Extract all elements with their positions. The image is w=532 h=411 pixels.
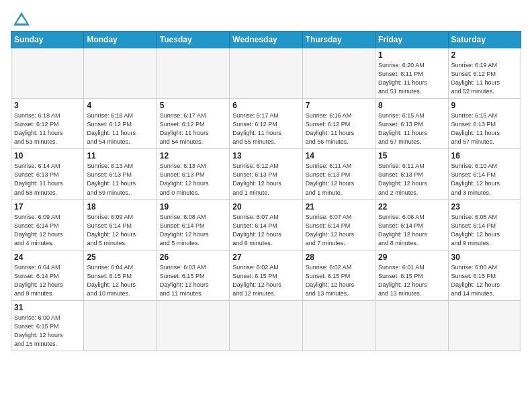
day-number: 23 xyxy=(451,202,518,212)
calendar-cell: 19Sunrise: 6:08 AM Sunset: 6:14 PM Dayli… xyxy=(157,199,229,250)
calendar-cell: 13Sunrise: 6:12 AM Sunset: 6:13 PM Dayli… xyxy=(230,149,302,199)
weekday-header-thursday: Thursday xyxy=(302,32,375,48)
day-number: 17 xyxy=(14,202,81,212)
day-number: 10 xyxy=(14,151,81,161)
weekday-header-sunday: Sunday xyxy=(11,32,84,48)
calendar-cell: 17Sunrise: 6:09 AM Sunset: 6:14 PM Dayli… xyxy=(11,199,84,250)
day-number: 18 xyxy=(87,202,153,212)
calendar-cell: 15Sunrise: 6:11 AM Sunset: 6:13 PM Dayli… xyxy=(375,149,448,199)
calendar-cell: 5Sunrise: 6:17 AM Sunset: 6:12 PM Daylig… xyxy=(157,99,229,149)
day-info: Sunrise: 6:00 AM Sunset: 6:15 PM Dayligh… xyxy=(451,263,518,298)
day-number: 20 xyxy=(232,202,299,212)
calendar-cell xyxy=(84,48,157,99)
day-info: Sunrise: 6:04 AM Sunset: 6:15 PM Dayligh… xyxy=(87,263,153,298)
day-info: Sunrise: 6:10 AM Sunset: 6:14 PM Dayligh… xyxy=(451,162,518,197)
calendar-cell: 26Sunrise: 6:03 AM Sunset: 6:15 PM Dayli… xyxy=(157,250,229,300)
day-number: 15 xyxy=(378,151,445,161)
calendar-cell xyxy=(375,300,448,351)
day-number: 11 xyxy=(87,151,153,161)
weekday-header-saturday: Saturday xyxy=(448,32,521,48)
day-info: Sunrise: 6:19 AM Sunset: 6:12 PM Dayligh… xyxy=(451,61,518,96)
day-info: Sunrise: 6:11 AM Sunset: 6:13 PM Dayligh… xyxy=(378,162,445,197)
logo-icon xyxy=(12,11,31,27)
calendar-week-row: 3Sunrise: 6:18 AM Sunset: 6:12 PM Daylig… xyxy=(11,99,521,149)
day-number: 16 xyxy=(451,151,518,161)
calendar-cell: 2Sunrise: 6:19 AM Sunset: 6:12 PM Daylig… xyxy=(448,48,521,99)
calendar-cell xyxy=(157,300,229,351)
calendar-cell: 29Sunrise: 6:01 AM Sunset: 6:15 PM Dayli… xyxy=(375,250,448,300)
day-number: 4 xyxy=(87,101,153,110)
day-number: 13 xyxy=(232,151,299,161)
calendar-cell: 4Sunrise: 6:18 AM Sunset: 6:12 PM Daylig… xyxy=(84,99,157,149)
day-number: 26 xyxy=(160,253,226,262)
day-info: Sunrise: 6:02 AM Sunset: 6:15 PM Dayligh… xyxy=(306,263,372,298)
day-info: Sunrise: 6:09 AM Sunset: 6:14 PM Dayligh… xyxy=(14,213,81,248)
day-number: 24 xyxy=(14,253,81,262)
header-row xyxy=(11,8,521,27)
day-number: 22 xyxy=(378,202,445,212)
calendar-cell: 27Sunrise: 6:02 AM Sunset: 6:15 PM Dayli… xyxy=(230,250,302,300)
calendar-cell: 22Sunrise: 6:06 AM Sunset: 6:14 PM Dayli… xyxy=(375,199,448,250)
calendar-cell: 11Sunrise: 6:13 AM Sunset: 6:13 PM Dayli… xyxy=(84,149,157,199)
calendar-cell xyxy=(302,48,375,99)
calendar-cell: 14Sunrise: 6:11 AM Sunset: 6:13 PM Dayli… xyxy=(302,149,375,199)
day-number: 31 xyxy=(14,303,81,312)
day-info: Sunrise: 6:13 AM Sunset: 6:13 PM Dayligh… xyxy=(87,162,153,197)
calendar-cell xyxy=(448,300,521,351)
day-info: Sunrise: 6:01 AM Sunset: 6:15 PM Dayligh… xyxy=(378,263,445,298)
day-info: Sunrise: 6:17 AM Sunset: 6:12 PM Dayligh… xyxy=(160,111,226,146)
day-number: 7 xyxy=(306,101,372,110)
calendar-cell: 8Sunrise: 6:15 AM Sunset: 6:13 PM Daylig… xyxy=(375,99,448,149)
day-info: Sunrise: 6:07 AM Sunset: 6:14 PM Dayligh… xyxy=(306,213,372,248)
day-number: 30 xyxy=(451,253,518,262)
calendar-cell xyxy=(230,300,302,351)
calendar-cell: 16Sunrise: 6:10 AM Sunset: 6:14 PM Dayli… xyxy=(448,149,521,199)
calendar-week-row: 24Sunrise: 6:04 AM Sunset: 6:14 PM Dayli… xyxy=(11,250,521,300)
day-info: Sunrise: 6:09 AM Sunset: 6:14 PM Dayligh… xyxy=(87,213,153,248)
calendar-week-row: 31Sunrise: 6:00 AM Sunset: 6:15 PM Dayli… xyxy=(11,300,521,351)
calendar-cell: 30Sunrise: 6:00 AM Sunset: 6:15 PM Dayli… xyxy=(448,250,521,300)
day-number: 14 xyxy=(306,151,372,161)
calendar-cell: 23Sunrise: 6:05 AM Sunset: 6:14 PM Dayli… xyxy=(448,199,521,250)
calendar-week-row: 17Sunrise: 6:09 AM Sunset: 6:14 PM Dayli… xyxy=(11,199,521,250)
day-info: Sunrise: 6:02 AM Sunset: 6:15 PM Dayligh… xyxy=(232,263,299,298)
day-info: Sunrise: 6:06 AM Sunset: 6:14 PM Dayligh… xyxy=(378,213,445,248)
calendar-cell: 3Sunrise: 6:18 AM Sunset: 6:12 PM Daylig… xyxy=(11,99,84,149)
calendar-page: SundayMondayTuesdayWednesdayThursdayFrid… xyxy=(0,0,532,411)
day-info: Sunrise: 6:11 AM Sunset: 6:13 PM Dayligh… xyxy=(306,162,372,197)
day-info: Sunrise: 6:20 AM Sunset: 6:11 PM Dayligh… xyxy=(378,61,445,96)
weekday-header-tuesday: Tuesday xyxy=(157,32,229,48)
calendar-cell: 9Sunrise: 6:15 AM Sunset: 6:13 PM Daylig… xyxy=(448,99,521,149)
calendar-cell: 28Sunrise: 6:02 AM Sunset: 6:15 PM Dayli… xyxy=(302,250,375,300)
day-info: Sunrise: 6:16 AM Sunset: 6:12 PM Dayligh… xyxy=(306,111,372,146)
calendar-cell: 18Sunrise: 6:09 AM Sunset: 6:14 PM Dayli… xyxy=(84,199,157,250)
calendar-cell xyxy=(157,48,229,99)
day-info: Sunrise: 6:03 AM Sunset: 6:15 PM Dayligh… xyxy=(160,263,226,298)
day-number: 25 xyxy=(87,253,153,262)
day-number: 19 xyxy=(160,202,226,212)
day-number: 21 xyxy=(306,202,372,212)
day-number: 3 xyxy=(14,101,81,110)
calendar-cell: 20Sunrise: 6:07 AM Sunset: 6:14 PM Dayli… xyxy=(230,199,302,250)
day-info: Sunrise: 6:13 AM Sunset: 6:13 PM Dayligh… xyxy=(160,162,226,197)
day-info: Sunrise: 6:14 AM Sunset: 6:13 PM Dayligh… xyxy=(14,162,81,197)
calendar-cell: 24Sunrise: 6:04 AM Sunset: 6:14 PM Dayli… xyxy=(11,250,84,300)
day-info: Sunrise: 6:18 AM Sunset: 6:12 PM Dayligh… xyxy=(87,111,153,146)
day-info: Sunrise: 6:18 AM Sunset: 6:12 PM Dayligh… xyxy=(14,111,81,146)
calendar-cell xyxy=(302,300,375,351)
calendar-cell: 7Sunrise: 6:16 AM Sunset: 6:12 PM Daylig… xyxy=(302,99,375,149)
calendar-table: SundayMondayTuesdayWednesdayThursdayFrid… xyxy=(11,31,521,351)
day-info: Sunrise: 6:00 AM Sunset: 6:15 PM Dayligh… xyxy=(14,314,81,349)
calendar-cell xyxy=(230,48,302,99)
weekday-header-friday: Friday xyxy=(375,32,448,48)
calendar-cell xyxy=(84,300,157,351)
day-number: 2 xyxy=(451,50,518,60)
day-number: 9 xyxy=(451,101,518,110)
day-number: 12 xyxy=(160,151,226,161)
day-info: Sunrise: 6:17 AM Sunset: 6:12 PM Dayligh… xyxy=(232,111,299,146)
logo xyxy=(11,11,31,27)
day-number: 6 xyxy=(232,101,299,110)
day-info: Sunrise: 6:12 AM Sunset: 6:13 PM Dayligh… xyxy=(232,162,299,197)
calendar-cell: 6Sunrise: 6:17 AM Sunset: 6:12 PM Daylig… xyxy=(230,99,302,149)
day-number: 8 xyxy=(378,101,445,110)
